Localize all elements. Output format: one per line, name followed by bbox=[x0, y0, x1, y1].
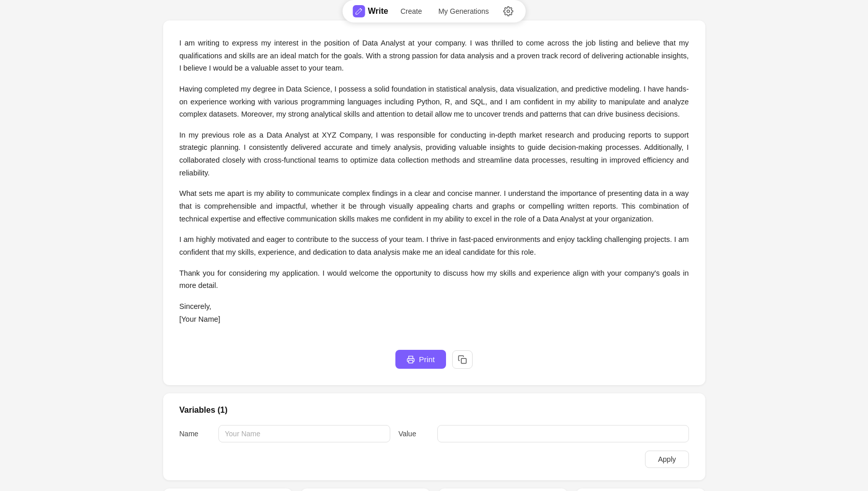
stats-row: Price $0.0247 Tokens 411 Words 332 Chara… bbox=[163, 488, 705, 491]
settings-icon[interactable] bbox=[501, 4, 516, 18]
svg-rect-1 bbox=[409, 360, 413, 363]
print-label: Print bbox=[419, 355, 435, 364]
nav-generations-link[interactable]: My Generations bbox=[434, 5, 493, 17]
letter-paragraph-3: In my previous role as a Data Analyst at… bbox=[180, 129, 689, 180]
letter-closing: Sincerely,[Your Name] bbox=[180, 300, 689, 325]
svg-point-0 bbox=[507, 10, 509, 13]
letter-paragraph-2: Having completed my degree in Data Scien… bbox=[180, 83, 689, 121]
variables-card: Variables (1) Name Value Apply bbox=[163, 393, 705, 480]
print-icon bbox=[407, 355, 415, 364]
variables-row: Name Value bbox=[180, 425, 689, 442]
letter-paragraph-5: I am highly motivated and eager to contr… bbox=[180, 233, 689, 258]
variables-apply-row: Apply bbox=[180, 451, 689, 468]
svg-rect-2 bbox=[461, 358, 466, 363]
price-stat-card: Price $0.0247 bbox=[163, 488, 293, 491]
name-input[interactable] bbox=[218, 425, 390, 442]
write-logo-icon bbox=[352, 5, 365, 17]
apply-button[interactable]: Apply bbox=[645, 451, 688, 468]
letter-paragraph-1: I am writing to express my interest in t… bbox=[180, 37, 689, 75]
print-button[interactable]: Print bbox=[395, 350, 446, 369]
nav-bar: Write Create My Generations bbox=[342, 0, 526, 23]
variables-title: Variables (1) bbox=[180, 406, 689, 415]
characters-stat-card: Characters 2194 bbox=[576, 488, 705, 491]
nav-logo-text: Write bbox=[368, 7, 388, 16]
name-label: Name bbox=[180, 430, 210, 438]
letter-paragraph-6: Thank you for considering my application… bbox=[180, 267, 689, 292]
copy-button[interactable] bbox=[452, 350, 473, 369]
nav-create-link[interactable]: Create bbox=[396, 5, 426, 17]
pen-icon bbox=[355, 8, 362, 15]
letter-body: I am writing to express my interest in t… bbox=[180, 37, 689, 325]
letter-paragraph-4: What sets me apart is my ability to comm… bbox=[180, 187, 689, 225]
letter-card: I am writing to express my interest in t… bbox=[163, 20, 705, 385]
tokens-stat-card: Tokens 411 bbox=[301, 488, 430, 491]
value-label: Value bbox=[398, 430, 429, 438]
copy-icon bbox=[458, 355, 467, 364]
words-stat-card: Words 332 bbox=[438, 488, 568, 491]
value-input[interactable] bbox=[437, 425, 689, 442]
letter-actions: Print bbox=[180, 342, 689, 369]
nav-logo[interactable]: Write bbox=[352, 5, 388, 17]
